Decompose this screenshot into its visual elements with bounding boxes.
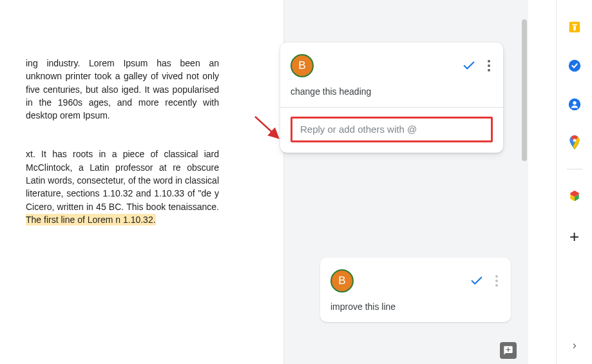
resolve-button[interactable] xyxy=(462,59,476,73)
text-line: xt. It has roots in a piece of classical… xyxy=(26,149,219,211)
add-comment-button[interactable] xyxy=(500,342,517,359)
reply-input[interactable] xyxy=(300,124,483,135)
addon-icon[interactable] xyxy=(567,188,582,203)
avatar: B xyxy=(330,269,354,292)
reply-box[interactable] xyxy=(291,117,493,142)
comment-header: B xyxy=(291,54,493,77)
avatar-initial: B xyxy=(298,59,305,72)
scrollbar[interactable] xyxy=(520,0,528,364)
add-addon-button[interactable]: + xyxy=(569,227,579,247)
comment-header: B xyxy=(330,269,501,292)
svg-line-1 xyxy=(255,117,278,138)
text-line: ing industry. Lorem Ipsum has been xyxy=(26,58,200,68)
document-content: ing industry. Lorem Ipsum has been an un… xyxy=(26,57,219,252)
avatar-initial: B xyxy=(338,274,345,287)
maps-icon[interactable] xyxy=(567,135,582,150)
paragraph-2[interactable]: xt. It has roots in a piece of classical… xyxy=(26,148,219,226)
side-divider xyxy=(567,169,582,169)
more-options-button[interactable] xyxy=(493,273,501,289)
more-options-button[interactable] xyxy=(485,57,493,74)
comment-actions xyxy=(470,273,501,289)
comments-panel: B change this heading B xyxy=(283,0,528,364)
svg-rect-3 xyxy=(572,24,577,25)
paragraph-1[interactable]: ing industry. Lorem Ipsum has been an un… xyxy=(26,57,219,122)
svg-point-6 xyxy=(573,101,577,104)
keep-icon[interactable] xyxy=(567,19,582,34)
divider xyxy=(280,107,503,108)
svg-point-4 xyxy=(568,59,580,71)
avatar: B xyxy=(291,54,314,77)
resolve-button[interactable] xyxy=(470,274,484,288)
contacts-icon[interactable] xyxy=(567,97,582,111)
svg-point-7 xyxy=(573,139,576,142)
side-panel: + xyxy=(556,0,592,364)
comment-body: change this heading xyxy=(291,86,493,97)
comment-card-active[interactable]: B change this heading xyxy=(280,43,503,153)
comment-body: improve this line xyxy=(330,302,501,312)
text-line: orem Ipsum. xyxy=(60,110,110,120)
collapse-sidepanel-button[interactable] xyxy=(571,341,578,352)
comment-actions xyxy=(462,57,493,74)
scrollbar-thumb[interactable] xyxy=(522,19,527,161)
comment-card[interactable]: B improve this line xyxy=(320,258,511,322)
tasks-icon[interactable] xyxy=(567,58,582,73)
highlighted-text[interactable]: The first line of Lorem n 1.10.32. xyxy=(26,214,156,225)
